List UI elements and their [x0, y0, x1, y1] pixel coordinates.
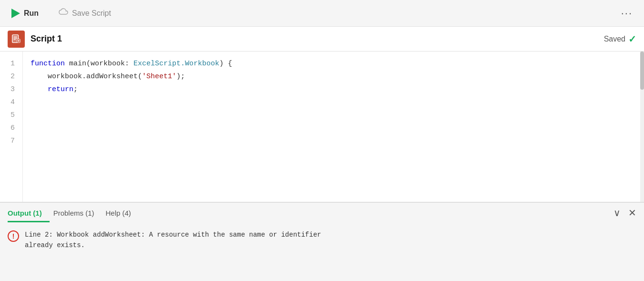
script-icon [8, 31, 25, 48]
code-line-7 [31, 135, 636, 147]
tab-help[interactable]: Help (4) [106, 205, 139, 222]
panel-content: ! Line 2: Workbook addWorksheet: A resou… [0, 224, 644, 281]
line-numbers: 1 2 3 4 5 6 7 [0, 52, 23, 202]
code-line-6 [31, 122, 636, 135]
panel-tabs-right: ∨ ✕ [613, 207, 636, 219]
close-panel-button[interactable]: ✕ [628, 207, 636, 219]
code-line-1: function main(workbook: ExcelScript.Work… [31, 57, 636, 70]
more-icon: ··· [621, 7, 633, 19]
line-num-6: 6 [0, 122, 15, 135]
close-icon: ✕ [628, 208, 636, 218]
line-num-1: 1 [0, 57, 15, 70]
line-num-7: 7 [0, 135, 15, 147]
saved-label: Saved [604, 35, 625, 43]
cloud-icon [58, 8, 68, 19]
tab-output[interactable]: Output (1) [8, 205, 50, 222]
scrollbar-track[interactable] [640, 52, 644, 202]
code-line-2: workbook.addWorksheet('Sheet1'); [31, 70, 636, 83]
panel-tabs: Output (1) Problems (1) Help (4) ∨ ✕ [0, 203, 644, 224]
line-num-3: 3 [0, 83, 15, 96]
code-line-4 [31, 96, 636, 109]
collapse-panel-button[interactable]: ∨ [613, 207, 621, 219]
error-icon: ! [8, 230, 19, 242]
script-titlebar: Script 1 Saved ✓ [0, 27, 644, 52]
error-line-1: Line 2: Workbook addWorksheet: A resourc… [25, 229, 321, 240]
save-script-label: Save Script [72, 9, 111, 18]
line-num-4: 4 [0, 96, 15, 109]
run-label: Run [24, 9, 39, 18]
saved-status: Saved ✓ [604, 33, 636, 45]
scrollbar-thumb[interactable] [640, 52, 644, 90]
error-message: Line 2: Workbook addWorksheet: A resourc… [25, 229, 321, 251]
code-editor[interactable]: function main(workbook: ExcelScript.Work… [23, 52, 644, 202]
save-script-button[interactable]: Save Script [54, 6, 115, 21]
tab-problems[interactable]: Problems (1) [53, 205, 102, 222]
collapse-icon: ∨ [613, 208, 621, 218]
code-line-3: return; [31, 83, 636, 96]
run-button[interactable]: Run [8, 7, 42, 20]
error-line-2: already exists. [25, 240, 321, 250]
editor-area[interactable]: 1 2 3 4 5 6 7 function main(workbook: Ex… [0, 52, 644, 202]
script-title: Script 1 [31, 34, 604, 44]
toolbar-left: Run Save Script [8, 6, 617, 21]
more-options-button[interactable]: ··· [617, 5, 636, 21]
line-num-5: 5 [0, 109, 15, 122]
check-icon: ✓ [628, 33, 636, 45]
run-icon [11, 9, 20, 18]
toolbar: Run Save Script ··· [0, 0, 644, 27]
bottom-panel: Output (1) Problems (1) Help (4) ∨ ✕ ! L… [0, 202, 644, 281]
line-num-2: 2 [0, 70, 15, 83]
code-line-5 [31, 109, 636, 122]
